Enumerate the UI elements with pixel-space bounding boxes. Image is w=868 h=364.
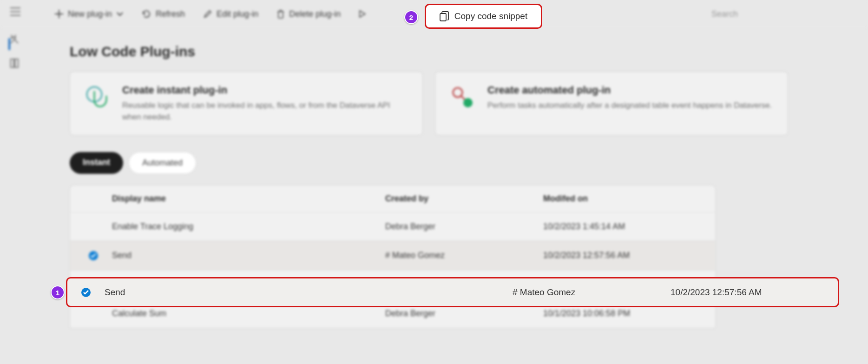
col-created-by[interactable]: Created by bbox=[385, 194, 543, 204]
row-checkbox[interactable] bbox=[67, 287, 105, 298]
col-modified-on[interactable]: Modifed on bbox=[543, 194, 710, 204]
row-modified-on: 10/2/2023 1:45:14 AM bbox=[543, 222, 710, 232]
new-plugin-label: New plug-in bbox=[68, 9, 112, 19]
delete-plugin-button[interactable]: Delete plug-in bbox=[273, 7, 344, 22]
new-plugin-button[interactable]: New plug-in bbox=[51, 7, 127, 22]
edit-icon bbox=[204, 10, 212, 18]
trash-icon bbox=[277, 9, 284, 19]
edit-plugin-button[interactable]: Edit plug-in bbox=[200, 7, 262, 22]
row-checkbox[interactable] bbox=[75, 222, 112, 232]
row-created-by: Debra Berger bbox=[385, 222, 543, 232]
run-button[interactable] bbox=[355, 7, 369, 20]
copy-icon bbox=[440, 11, 449, 21]
page-title: Low Code Plug-ins bbox=[70, 44, 855, 60]
row-created-by: Debra Berger bbox=[385, 309, 543, 318]
table-row[interactable]: Enable Trace Logging Debra Berger 10/2/2… bbox=[70, 212, 715, 241]
automated-card-title: Create automated plug-in bbox=[487, 84, 772, 96]
col-display-name[interactable]: Display name bbox=[112, 194, 385, 204]
plugin-icon bbox=[9, 33, 20, 45]
row-checkbox[interactable] bbox=[75, 251, 112, 261]
search-placeholder: Search bbox=[711, 9, 738, 19]
create-cards-row: Create instant plug-in Reusable logic th… bbox=[70, 72, 855, 135]
row-modified-on: 10/1/2023 10:06:58 PM bbox=[543, 309, 710, 318]
instant-card-title: Create instant plug-in bbox=[122, 84, 408, 96]
refresh-icon bbox=[142, 9, 151, 19]
svg-point-2 bbox=[463, 98, 473, 107]
plus-icon bbox=[55, 10, 63, 18]
refresh-button[interactable]: Refresh bbox=[138, 7, 189, 22]
create-automated-card[interactable]: Create automated plug-in Perform tasks a… bbox=[435, 72, 788, 135]
row-name: Calculate Sum bbox=[112, 309, 385, 318]
annotation-callout-1: 1 bbox=[51, 285, 65, 299]
row-modified-on: 10/2/2023 12:57:56 AM bbox=[543, 251, 710, 261]
sidebar-item-plugins[interactable] bbox=[9, 33, 20, 45]
book-icon bbox=[9, 58, 20, 69]
search-input[interactable]: Search bbox=[711, 9, 868, 19]
copy-code-snippet-button[interactable]: Copy code snippet bbox=[425, 4, 542, 29]
copy-code-label: Copy code snippet bbox=[454, 11, 527, 21]
instant-card-desc: Reusable logic that can be invoked in ap… bbox=[122, 100, 408, 123]
edit-plugin-label: Edit plug-in bbox=[217, 9, 258, 19]
tab-instant[interactable]: Instant bbox=[70, 152, 123, 174]
row-name: Send bbox=[112, 251, 385, 261]
table-row[interactable]: Send # Mateo Gomez 10/2/2023 12:57:56 AM bbox=[70, 241, 715, 270]
row-checkbox[interactable] bbox=[75, 309, 112, 318]
row-name: Send bbox=[105, 287, 513, 298]
touch-icon bbox=[84, 84, 110, 110]
tab-automated[interactable]: Automated bbox=[129, 152, 196, 174]
row-name: Enable Trace Logging bbox=[112, 222, 385, 232]
selected-row-highlight[interactable]: Send # Mateo Gomez 10/2/2023 12:57:56 AM bbox=[66, 277, 839, 307]
delete-plugin-label: Delete plug-in bbox=[289, 9, 341, 19]
hamburger-menu-button[interactable] bbox=[10, 7, 20, 16]
sidebar-item-library[interactable] bbox=[9, 58, 20, 69]
svg-rect-4 bbox=[440, 13, 446, 21]
chevron-down-icon bbox=[117, 12, 123, 16]
automated-icon bbox=[449, 84, 475, 110]
row-modified-on: 10/2/2023 12:57:56 AM bbox=[671, 287, 838, 298]
filter-tabs: Instant Automated bbox=[70, 152, 855, 174]
left-sidebar bbox=[0, 28, 29, 364]
table-header: Display name Created by Modifed on bbox=[70, 185, 715, 212]
row-created-by: # Mateo Gomez bbox=[385, 251, 543, 261]
refresh-label: Refresh bbox=[156, 9, 185, 19]
row-created-by: # Mateo Gomez bbox=[513, 287, 671, 298]
automated-card-desc: Perform tasks automatically after a desi… bbox=[487, 100, 772, 112]
play-icon bbox=[359, 10, 366, 18]
annotation-callout-2: 2 bbox=[404, 10, 418, 24]
create-instant-card[interactable]: Create instant plug-in Reusable logic th… bbox=[70, 72, 423, 135]
main-content: Low Code Plug-ins Create instant plug-in… bbox=[29, 28, 868, 364]
